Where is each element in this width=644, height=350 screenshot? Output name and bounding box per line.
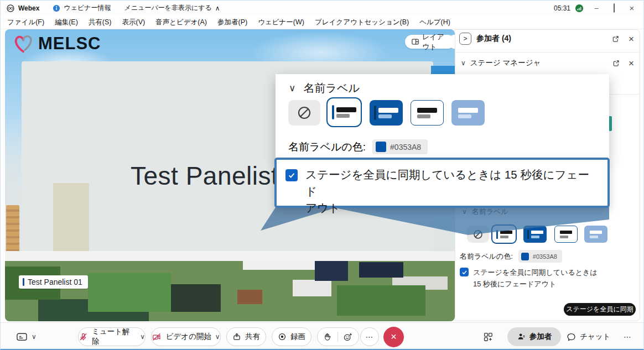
connection-quality-icon: [575, 4, 584, 13]
maximize-button[interactable]: [609, 4, 619, 12]
panel-style-blue[interactable]: [523, 226, 547, 243]
participants-icon: [517, 332, 526, 341]
melsc-heart-icon: [12, 33, 35, 55]
start-video-button[interactable]: ビデオの開始 ∨: [151, 327, 221, 346]
hide-menubar-button[interactable]: メニューバーを非表示にする ∧: [124, 3, 220, 13]
stage-overflow-button[interactable]: [451, 35, 455, 49]
panel-color-hex: #0353A8: [533, 253, 557, 260]
panel-style-light-selected[interactable]: [491, 224, 517, 244]
none-icon: [297, 106, 311, 120]
share-label: 共有: [245, 332, 260, 342]
panel-color-label: 名前ラベルの色:: [460, 252, 513, 262]
menu-participants[interactable]: 参加者(P): [217, 18, 247, 27]
menu-breakout[interactable]: ブレイクアウトセッション(B): [315, 18, 409, 27]
webex-brand: Webex: [6, 4, 39, 13]
panel-sync-checkbox[interactable]: [460, 268, 469, 276]
popup-style-outline[interactable]: [411, 100, 444, 126]
participants-title: 参加者 (4): [476, 34, 511, 44]
popup-color-row: 名前ラベルの色: #0353A8: [288, 139, 428, 154]
mic-muted-icon: [79, 332, 88, 342]
stage-manager-header: ∨ ステージ マネージャ ×: [461, 58, 637, 69]
leave-meeting-button[interactable]: ×: [383, 327, 404, 347]
unmute-button[interactable]: ミュート解除 ∨: [78, 327, 146, 346]
panel-color-chip[interactable]: #0353A8: [518, 250, 562, 263]
chat-bubble-icon: [567, 332, 576, 342]
popup-style-light-selected[interactable]: [326, 97, 362, 127]
name-label-overlay: Test Panelist 01: [19, 275, 88, 289]
menu-audio-video[interactable]: 音声とビデオ(A): [155, 18, 207, 27]
menu-share[interactable]: 共有(S): [89, 18, 112, 27]
menu-file[interactable]: ファイル(F): [7, 18, 44, 27]
closed-captions-icon: [16, 332, 28, 342]
menu-help[interactable]: ヘルプ(H): [419, 18, 450, 27]
stage-manager-title: ステージ マネージャ: [470, 58, 541, 68]
participants-toggle-label: 参加者: [529, 332, 552, 342]
unmute-label: ミュート解除: [92, 327, 136, 347]
app-name: Webex: [18, 4, 39, 12]
collapse-stage-manager-icon[interactable]: ∨: [461, 59, 466, 67]
panel-color-row: 名前ラベルの色: #0353A8: [460, 250, 562, 263]
apps-button[interactable]: [483, 327, 494, 346]
titlebar: Webex ウェビナー情報 メニューバーを非表示にする ∧ 05:31 – ×: [1, 1, 643, 15]
chat-button[interactable]: チャット: [567, 327, 610, 346]
control-toolbar: ∨ ミュート解除 ∨ ビデオの開始 ∨ 共有 録画: [1, 322, 643, 350]
popup-header: ∨ 名前ラベル: [289, 81, 360, 96]
popout-stage-manager-icon[interactable]: [610, 58, 621, 69]
unmute-chevron-icon: ∨: [140, 333, 145, 341]
style-preview: [332, 105, 334, 119]
webinar-info-label: ウェビナー情報: [64, 3, 111, 13]
info-icon: [53, 4, 60, 12]
color-swatch: [521, 253, 529, 260]
panel-sync-row: ステージを全員に同期しているときは 15 秒後にフェードアウト: [460, 267, 598, 290]
popup-style-translucent[interactable]: [451, 100, 485, 126]
close-window-button[interactable]: ×: [627, 3, 637, 13]
panel-style-outline[interactable]: [554, 226, 578, 243]
hide-menubar-label: メニューバーを非表示にする: [124, 3, 212, 13]
popout-participants-icon[interactable]: [610, 33, 621, 44]
style-preview: [496, 230, 498, 239]
style-preview: [374, 106, 376, 120]
menu-view[interactable]: 表示(V): [122, 18, 145, 27]
panel-style-translucent[interactable]: [584, 226, 607, 243]
popup-color-chip[interactable]: #0353A8: [372, 139, 428, 154]
sync-stage-to-all-button[interactable]: ステージを全員に同期: [564, 303, 636, 316]
webex-logo-icon: [6, 4, 15, 13]
style-preview: [458, 108, 478, 118]
menu-webinar[interactable]: ウェビナー(W): [258, 18, 304, 27]
record-label: 録画: [290, 332, 305, 342]
popup-style-none[interactable]: [288, 100, 320, 126]
camera-off-icon: [152, 332, 162, 342]
apps-grid-icon: [483, 332, 494, 342]
popup-style-blue[interactable]: [370, 100, 403, 126]
captions-button[interactable]: ∨: [16, 327, 37, 346]
chat-label: チャット: [580, 332, 610, 342]
more-options-button[interactable]: ⋯: [360, 327, 379, 346]
callout-sync-checkbox[interactable]: [285, 169, 298, 181]
menubar: ファイル(F) 編集(E) 共有(S) 表示(V) 音声とビデオ(A) 参加者(…: [1, 15, 643, 29]
panel-sync-label: ステージを全員に同期しているときは 15 秒後にフェードアウト: [473, 267, 598, 290]
panel-style-none[interactable]: [467, 226, 489, 243]
close-participants-icon[interactable]: ×: [626, 33, 637, 44]
minimize-button[interactable]: –: [591, 4, 601, 12]
maximize-icon: [614, 3, 615, 13]
raise-hand-button[interactable]: [319, 332, 337, 342]
more-panels-button[interactable]: ⋯: [624, 327, 632, 346]
menu-edit[interactable]: 編集(E): [55, 18, 78, 27]
share-button[interactable]: 共有: [226, 327, 266, 346]
popup-title: 名前ラベル: [303, 81, 359, 96]
layout-button-label: レイアウト: [422, 32, 449, 52]
more-panels-icon: ⋯: [624, 332, 632, 341]
none-icon: [473, 229, 483, 239]
layout-button[interactable]: レイアウト: [405, 35, 455, 49]
expand-participants-button[interactable]: >: [459, 33, 471, 45]
record-button[interactable]: 録画: [272, 327, 311, 346]
captions-chevron-icon: ∨: [32, 333, 37, 341]
collapse-popup-icon[interactable]: ∨: [289, 82, 295, 94]
close-stage-manager-icon[interactable]: ×: [626, 58, 637, 69]
webinar-info-button[interactable]: ウェビナー情報: [53, 3, 111, 13]
start-video-chevron-icon: ∨: [215, 333, 220, 341]
color-swatch: [376, 142, 386, 152]
participants-toggle-button[interactable]: 参加者: [507, 327, 561, 346]
reactions-button[interactable]: [338, 332, 357, 342]
style-preview: [417, 108, 437, 118]
